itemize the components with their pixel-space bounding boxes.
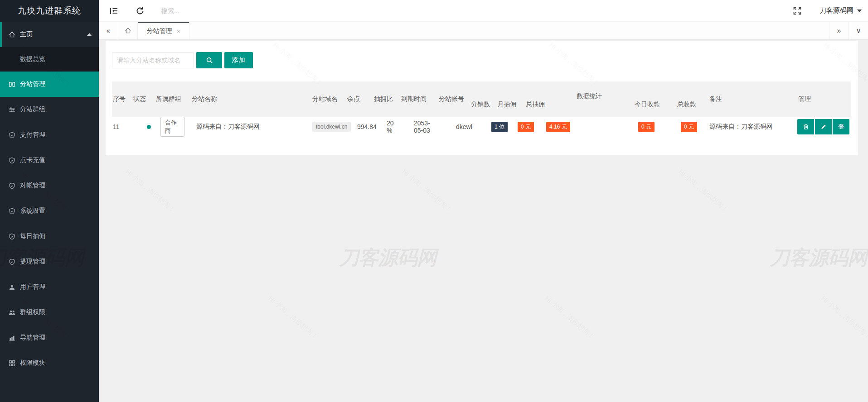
cell-month-commission: 0 元	[496, 117, 525, 137]
sidebar-item-withdraw[interactable]: 提现管理	[0, 249, 99, 274]
sidebar-item-site-manage[interactable]: 分站管理	[0, 72, 99, 97]
collapse-menu-icon[interactable]	[109, 6, 119, 16]
tabs-more-button[interactable]: ∨	[849, 22, 868, 39]
close-tab-icon[interactable]: ×	[176, 28, 180, 35]
col-manage: 管理	[792, 81, 851, 117]
sidebar-item-label: 系统设置	[20, 207, 45, 215]
sidebar-item-group-perms[interactable]: 群组权限	[0, 300, 99, 325]
col-total-commission: 总抽佣	[525, 100, 634, 117]
edit-button[interactable]	[815, 119, 832, 134]
sidebar-item-label: 群组权限	[20, 308, 45, 316]
site-filter-input[interactable]	[112, 52, 194, 68]
user-icon	[8, 283, 16, 291]
sidebar-item-label: 用户管理	[20, 283, 45, 291]
col-site-name: 分站名称	[185, 81, 306, 117]
status-dot	[147, 125, 151, 129]
filter-search-button[interactable]	[196, 52, 222, 68]
sidebar-item-card-recharge[interactable]: 点卡充值	[0, 148, 99, 173]
sidebar-item-nav-manage[interactable]: 导航管理	[0, 325, 99, 350]
sidebar-item-label: 分站群组	[20, 105, 45, 114]
cell-group: 合作商	[155, 117, 185, 137]
table-row: 11 合作商 源码来自：刀客源码网 tool.dkewl.cn 994.84 2…	[112, 117, 851, 137]
tabbar: « 分站管理 × » ∨	[99, 22, 868, 40]
sidebar-item-perm-modules[interactable]: 权限模块	[0, 350, 99, 376]
tab-site-manage[interactable]: 分站管理 ×	[138, 22, 189, 39]
sidebar-item-users[interactable]: 用户管理	[0, 274, 99, 300]
users-icon	[8, 309, 16, 316]
refresh-icon[interactable]	[135, 6, 145, 16]
cell-total-income: 0 元	[676, 117, 708, 137]
username: 刀客源码网	[820, 6, 853, 15]
col-expire: 到期时间	[400, 81, 438, 117]
shield-check-icon	[8, 258, 16, 266]
cell-today-income: 0 元	[634, 117, 676, 137]
shield-check-icon	[8, 157, 16, 164]
col-distributors: 分销数	[470, 100, 496, 117]
sidebar-item-settings[interactable]: 系统设置	[0, 198, 99, 224]
col-balance: 余点	[346, 81, 373, 117]
sidebar-item-label: 提现管理	[20, 258, 45, 266]
col-today-income: 今日收款	[634, 100, 676, 117]
tabs-scroll-right-button[interactable]: »	[829, 22, 849, 39]
sidebar-item-payment[interactable]: 支付管理	[0, 122, 99, 148]
col-total-income: 总收款	[676, 100, 708, 117]
tabs-scroll-left-button[interactable]: «	[99, 22, 118, 39]
col-stats-group: 数据统计	[470, 81, 708, 100]
sidebar-item-daily-commission[interactable]: 每日抽佣	[0, 224, 99, 249]
col-status: 状态	[132, 81, 155, 117]
cell-total-commission: 4.16 元	[525, 117, 634, 137]
sites-table: 序号 状态 所属群组 分站名称 分站域名 余点 抽拥比 到期时间 分站帐号 数据…	[112, 81, 851, 137]
cell-remark: 源码来自：刀客源码网	[708, 117, 792, 137]
delete-button[interactable]	[797, 119, 814, 134]
add-site-button[interactable]: 添加	[224, 52, 253, 68]
sidebar: 九块九进群系统 主页 数据总览 分站管理 分站群组 支付管理 点卡充值 对帐管理	[0, 0, 99, 402]
cell-domain: tool.dkewl.cn	[306, 117, 346, 137]
bar-chart-icon	[8, 334, 16, 342]
col-seq: 序号	[112, 81, 132, 117]
sidebar-item-reconcile[interactable]: 对帐管理	[0, 173, 99, 198]
row-actions: 登	[797, 119, 850, 134]
search-input[interactable]	[161, 7, 247, 14]
topbar: 刀客源码网	[99, 0, 868, 22]
sidebar-item-data-overview[interactable]: 数据总览	[0, 47, 99, 72]
sidebar-item-label: 主页	[20, 30, 33, 38]
main-area: 刀客源码网 « 分站管理 × » ∨ 添加	[99, 0, 868, 402]
shield-check-icon	[8, 207, 16, 215]
total-commission-badge: 4.16 元	[546, 122, 570, 132]
shield-check-icon	[8, 131, 16, 139]
sidebar-item-label: 导航管理	[20, 334, 45, 342]
sidebar-item-label: 权限模块	[20, 359, 45, 367]
table-header: 序号 状态 所属群组 分站名称 分站域名 余点 抽拥比 到期时间 分站帐号 数据…	[112, 81, 851, 117]
sidebar-item-label: 分站管理	[20, 80, 45, 88]
chevron-up-icon	[87, 33, 92, 36]
site-manage-panel: 添加 序号 状态 所属群组 分站名称 分站	[106, 41, 858, 155]
sidebar-item-label: 对帐管理	[20, 182, 45, 190]
home-tab-button[interactable]	[118, 22, 138, 39]
topbar-right: 刀客源码网	[792, 6, 868, 16]
sidebar-item-label: 数据总览	[20, 55, 45, 63]
col-rate: 抽拥比	[373, 81, 400, 117]
col-remark: 备注	[708, 81, 792, 117]
cell-seq: 11	[112, 117, 132, 137]
cell-account: dkewl	[438, 117, 470, 137]
total-income-badge: 0 元	[681, 122, 697, 132]
col-domain: 分站域名	[306, 81, 346, 117]
col-month-commission: 月抽佣	[496, 100, 525, 117]
tab-label: 分站管理	[146, 27, 172, 35]
domain-chip: tool.dkewl.cn	[312, 122, 351, 132]
group-tag: 合作商	[160, 117, 184, 137]
cell-expire: 2053-05-03	[400, 117, 438, 137]
sidebar-item-label: 支付管理	[20, 131, 45, 139]
cell-status	[132, 117, 155, 137]
fullscreen-icon[interactable]	[792, 6, 802, 16]
col-account: 分站帐号	[438, 81, 470, 117]
cell-site-name: 源码来自：刀客源码网	[185, 117, 306, 137]
shield-check-icon	[8, 182, 16, 190]
sidebar-item-home[interactable]: 主页	[0, 22, 99, 47]
sidebar-item-label: 每日抽佣	[20, 232, 45, 240]
cell-manage: 登	[792, 117, 851, 137]
sidebar-item-site-group[interactable]: 分站群组	[0, 97, 99, 122]
user-menu[interactable]: 刀客源码网	[820, 6, 862, 15]
tabbar-spacer	[189, 22, 829, 39]
login-button[interactable]: 登	[833, 119, 849, 134]
